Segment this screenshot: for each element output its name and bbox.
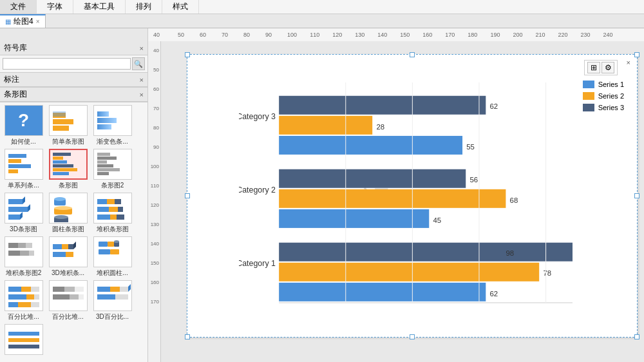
pct-bar-label: 百分比堆... bbox=[3, 312, 44, 321]
tab-drawing4[interactable]: ▦ 绘图4 × bbox=[0, 14, 46, 28]
legend-series2: Series 2 bbox=[583, 92, 624, 100]
chart-item-pct-3d[interactable]: 3D百分比... bbox=[91, 280, 133, 321]
stacked2-thumb bbox=[5, 236, 43, 267]
cylinder-label: 圆柱条形图 bbox=[47, 225, 89, 234]
bar-chart2-thumb bbox=[93, 149, 132, 180]
svg-rect-42 bbox=[110, 214, 117, 220]
svg-rect-17 bbox=[97, 153, 110, 156]
menu-file[interactable]: 文件 bbox=[0, 0, 37, 14]
chart-item-pct-bar2[interactable]: 百分比堆... bbox=[47, 280, 89, 321]
menu-font[interactable]: 字体 bbox=[37, 0, 73, 14]
tab-bar: ▦ 绘图4 × bbox=[0, 14, 644, 28]
svg-rect-47 bbox=[8, 251, 20, 256]
cat2-series3-bar bbox=[279, 169, 466, 188]
svg-rect-73 bbox=[64, 287, 75, 292]
svg-point-32 bbox=[54, 206, 72, 210]
gradient-bar-label: 渐变色条... bbox=[91, 137, 133, 146]
resize-handle-mr[interactable] bbox=[634, 193, 639, 198]
chart-item-help[interactable]: ? 如何使... bbox=[3, 105, 44, 146]
cat1-series1-value: 62 bbox=[490, 290, 498, 298]
cat3-series2-bar bbox=[279, 116, 372, 135]
svg-point-34 bbox=[54, 215, 68, 219]
bar-chart-close[interactable]: × bbox=[140, 91, 144, 99]
stacked-cyl-label: 堆积圆柱... bbox=[91, 269, 133, 278]
cat1-series1-bar bbox=[279, 283, 486, 301]
svg-rect-14 bbox=[53, 164, 73, 167]
cat1-series2-value: 78 bbox=[543, 270, 551, 278]
simple-bar-label: 简单条形图 bbox=[47, 137, 89, 146]
chart-table-button[interactable]: ⊞ bbox=[587, 62, 600, 73]
svg-rect-51 bbox=[62, 244, 68, 249]
svg-marker-53 bbox=[73, 242, 76, 249]
tab-close-button[interactable]: × bbox=[36, 18, 40, 25]
symbol-library-close[interactable]: × bbox=[140, 44, 144, 52]
left-panel: 符号库 × 🔍 标注 × 条形图 × bbox=[0, 41, 148, 362]
chart-item-cylinder[interactable]: 圆柱条形图 bbox=[47, 193, 89, 234]
resize-handle-tr[interactable] bbox=[634, 52, 639, 57]
chart-item-extra[interactable] bbox=[3, 324, 44, 356]
svg-rect-6 bbox=[97, 124, 111, 129]
search-input[interactable] bbox=[3, 58, 131, 70]
legend-label-series2: Series 2 bbox=[598, 92, 624, 100]
resize-handle-tl[interactable] bbox=[185, 52, 190, 57]
chart-row-2: 单系列条... 条形图 bbox=[3, 149, 145, 190]
chart-close-button[interactable]: × bbox=[627, 59, 630, 66]
svg-rect-21 bbox=[97, 168, 120, 171]
chart-item-3d-bar[interactable]: 3D条形图 bbox=[3, 193, 44, 234]
chart-item-stack3d[interactable]: 3D堆积条... bbox=[47, 236, 89, 278]
chart-item-gradient-bar[interactable]: 渐变色条... bbox=[91, 105, 133, 146]
chart-floating-toolbar: ⊞ ⚙ bbox=[584, 60, 618, 75]
pct-bar2-thumb bbox=[49, 280, 88, 311]
cat2-series2-bar bbox=[279, 189, 506, 208]
annotation-close[interactable]: × bbox=[140, 76, 144, 84]
symbol-library-section: 符号库 × 🔍 bbox=[0, 41, 147, 73]
menu-arrange[interactable]: 排列 bbox=[126, 0, 162, 14]
chart-row-4: 堆积条形图2 3D堆积条... bbox=[3, 236, 145, 278]
svg-rect-20 bbox=[97, 164, 113, 167]
chart-item-stacked2[interactable]: 堆积条形图2 bbox=[3, 236, 44, 278]
svg-rect-66 bbox=[8, 294, 26, 300]
help-thumb: ? bbox=[5, 105, 43, 136]
svg-rect-41 bbox=[97, 214, 110, 220]
resize-handle-br[interactable] bbox=[634, 334, 639, 339]
resize-handle-bl[interactable] bbox=[185, 334, 190, 339]
annotation-section: 标注 × bbox=[0, 73, 147, 88]
multi-series-thumb bbox=[5, 149, 43, 180]
svg-point-30 bbox=[54, 197, 66, 201]
chart-item-pct-bar[interactable]: 百分比堆... bbox=[3, 280, 44, 321]
menu-style[interactable]: 样式 bbox=[162, 0, 199, 14]
resize-handle-bm[interactable] bbox=[410, 334, 415, 339]
chart-settings-button[interactable]: ⚙ bbox=[601, 62, 614, 73]
chart-item-multi-series[interactable]: 单系列条... bbox=[3, 149, 44, 190]
stacked-cyl-thumb bbox=[93, 236, 132, 267]
stacked2-label: 堆积条形图2 bbox=[3, 269, 44, 278]
bar-chart-section: 条形图 × bbox=[0, 88, 147, 102]
cat1-series3-value: 98 bbox=[506, 249, 514, 257]
search-row: 🔍 bbox=[0, 55, 147, 72]
chart-item-bar-chart[interactable]: 条形图 bbox=[47, 149, 89, 190]
svg-rect-75 bbox=[53, 294, 70, 300]
chart-item-simple-bar[interactable]: 简单条形图 bbox=[47, 105, 89, 146]
chart-item-stacked-cyl[interactable]: 堆积圆柱... bbox=[91, 236, 133, 278]
svg-rect-50 bbox=[53, 244, 62, 249]
vertical-ruler: 40 50 60 70 80 90 100 110 120 130 140 15… bbox=[148, 41, 161, 362]
svg-rect-44 bbox=[8, 243, 18, 248]
resize-handle-ml[interactable] bbox=[185, 193, 190, 198]
legend-color-series1 bbox=[583, 81, 594, 88]
resize-handle-tm[interactable] bbox=[410, 52, 415, 57]
svg-rect-82 bbox=[97, 294, 115, 300]
chart-gallery: ? 如何使... 简单条形图 bbox=[0, 102, 147, 362]
bar-chart-header: 条形图 × bbox=[0, 88, 147, 102]
svg-rect-36 bbox=[107, 199, 115, 204]
chart-item-bar-chart2[interactable]: 条形图2 bbox=[91, 149, 133, 190]
annotation-header: 标注 × bbox=[0, 73, 147, 87]
bar-chart-svg: Category 3 Category 2 Category 1 62 28 5… bbox=[239, 81, 573, 305]
svg-rect-49 bbox=[29, 251, 34, 256]
menu-basic-tools[interactable]: 基本工具 bbox=[73, 0, 126, 14]
search-button[interactable]: 🔍 bbox=[132, 57, 145, 70]
chart-item-stacked[interactable]: 堆积条形图 bbox=[91, 193, 133, 234]
svg-rect-12 bbox=[53, 157, 63, 160]
ruler-corner bbox=[0, 28, 148, 41]
bar-chart-label: 条形图 bbox=[4, 89, 27, 100]
cat1-series3-bar bbox=[279, 243, 573, 262]
